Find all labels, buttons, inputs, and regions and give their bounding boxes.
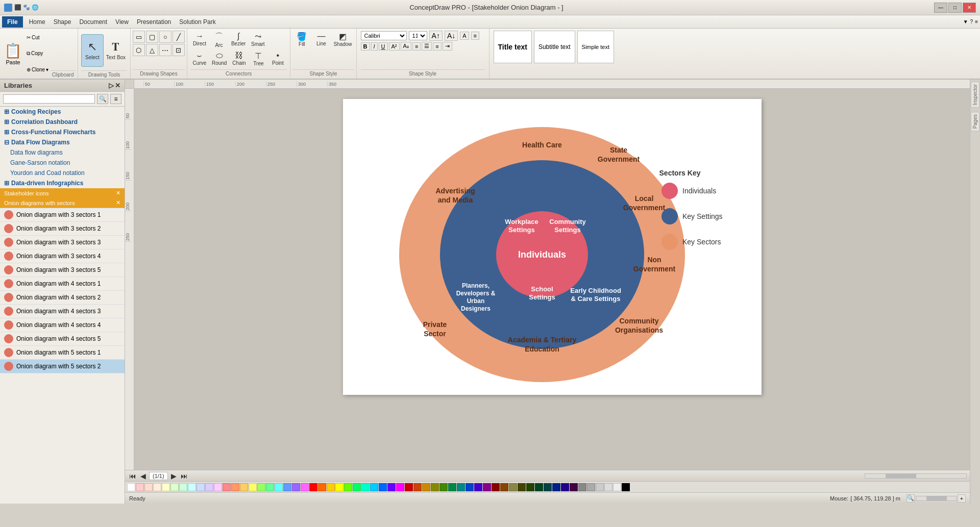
color-5[interactable] xyxy=(170,483,179,491)
onion-diagrams-tab[interactable]: Onion diagrams with sectors ✕ xyxy=(0,198,125,208)
fill-button[interactable]: 🪣 Fill xyxy=(292,31,311,48)
cut-button[interactable]: ✂ Cut xyxy=(25,34,50,41)
color-khaki[interactable] xyxy=(509,483,517,491)
libraries-search-input[interactable] xyxy=(3,94,95,104)
menu-view[interactable]: View xyxy=(111,16,133,28)
maximize-button[interactable]: □ xyxy=(948,3,962,13)
color-1[interactable] xyxy=(136,483,144,491)
color-green[interactable] xyxy=(353,483,361,491)
bezier-button[interactable]: ∫ Bezier xyxy=(229,31,248,49)
color-18[interactable] xyxy=(283,483,291,491)
color-12[interactable] xyxy=(231,483,239,491)
horizontal-scrollbar[interactable] xyxy=(865,473,967,479)
color-dark-magenta[interactable] xyxy=(570,483,578,491)
increase-font-button[interactable]: A↑ xyxy=(429,31,443,41)
nav-last-button[interactable]: ⏭ xyxy=(180,472,189,480)
lib-cooking-recipes[interactable]: ⊞ Cooking Recipes xyxy=(0,107,125,117)
indent-button[interactable]: ⇥ xyxy=(443,42,452,51)
stakeholder-icons-close[interactable]: ✕ xyxy=(116,190,120,196)
color-dark-green[interactable] xyxy=(439,483,448,491)
inspector-tab[interactable]: Inspector xyxy=(971,82,979,108)
lib-data-flow[interactable]: ⊟ Data Flow Diagrams xyxy=(0,137,125,147)
color-dark-yellow[interactable] xyxy=(422,483,430,491)
nav-prev-button[interactable]: ◀ xyxy=(139,472,147,480)
canvas-scroll[interactable]: Individuals Workplace Settings Community… xyxy=(134,89,970,470)
curve-button[interactable]: ⌣ Curve xyxy=(190,50,209,67)
smart-button[interactable]: ⤳ Smart xyxy=(249,31,267,49)
tree-button[interactable]: ⊤ Tree xyxy=(249,50,267,67)
lib-data-flow-sub3[interactable]: Yourdon and Coad notation xyxy=(0,168,125,178)
color-3[interactable] xyxy=(153,483,161,491)
stakeholder-icons-tab[interactable]: Stakeholder icons ✕ xyxy=(0,188,125,198)
menu-home[interactable]: Home xyxy=(25,16,50,28)
color-19[interactable] xyxy=(292,483,300,491)
lib-data-flow-sub1[interactable]: Data flow diagrams xyxy=(0,147,125,158)
color-17[interactable] xyxy=(275,483,283,491)
shape5[interactable]: ⬡ xyxy=(133,44,145,56)
zoom-out-button[interactable]: 🔍 xyxy=(906,494,915,503)
diagram-item-9[interactable]: Onion diagram with 4 sectors 5 xyxy=(0,332,125,346)
color-4[interactable] xyxy=(162,483,170,491)
diagram-item-0[interactable]: Onion diagram with 3 sectors 1 xyxy=(0,208,125,222)
italic-button[interactable]: I xyxy=(371,42,378,51)
line-shape[interactable]: ╱ xyxy=(173,31,185,43)
ribbon-minimize-button[interactable]: ▼ xyxy=(963,19,968,24)
color-9[interactable] xyxy=(205,483,213,491)
clone-button[interactable]: ⊕ Clone ▾ xyxy=(25,66,50,73)
color-dark-orange[interactable] xyxy=(413,483,422,491)
arc-button[interactable]: ⌒ Arc xyxy=(210,31,228,49)
color-6[interactable] xyxy=(179,483,187,491)
minimize-button[interactable]: — xyxy=(934,3,947,13)
color-navy[interactable] xyxy=(465,483,474,491)
lib-data-driven[interactable]: ⊞ Data-driven Infographics xyxy=(0,178,125,188)
color-10[interactable] xyxy=(214,483,222,491)
lib-data-flow-sub2[interactable]: Gane-Sarson notation xyxy=(0,158,125,168)
nav-first-button[interactable]: ⏮ xyxy=(128,472,137,480)
align-right-button[interactable]: ≡ xyxy=(433,42,441,51)
subscript-button[interactable]: A₂ xyxy=(401,42,411,51)
color-cyan-green[interactable] xyxy=(361,483,370,491)
color-lighter-gray[interactable] xyxy=(596,483,604,491)
color-very-light-gray[interactable] xyxy=(604,483,612,491)
menu-document[interactable]: Document xyxy=(75,16,111,28)
color-lime[interactable] xyxy=(344,483,352,491)
diagram-item-3[interactable]: Onion diagram with 3 sectors 4 xyxy=(0,249,125,263)
close-button[interactable]: ✕ xyxy=(963,3,976,13)
bold-button[interactable]: B xyxy=(361,42,370,51)
lib-correlation-dashboard[interactable]: ⊞ Correlation Dashboard xyxy=(0,117,125,127)
diagram-item-5[interactable]: Onion diagram with 4 sectors 1 xyxy=(0,277,125,291)
color-red[interactable] xyxy=(309,483,317,491)
color-magenta[interactable] xyxy=(396,483,404,491)
color-14[interactable] xyxy=(249,483,257,491)
color-purple[interactable] xyxy=(387,483,396,491)
color-15[interactable] xyxy=(257,483,265,491)
decrease-font-button[interactable]: A↓ xyxy=(445,31,458,41)
color-dark-olive[interactable] xyxy=(518,483,526,491)
text-styles-button[interactable]: ≡ xyxy=(471,32,479,40)
zoom-in-button[interactable]: + xyxy=(958,494,966,503)
libraries-close-icon[interactable]: ✕ xyxy=(115,82,120,89)
zoom-slider[interactable] xyxy=(916,496,957,501)
menu-file[interactable]: File xyxy=(2,16,23,28)
libraries-search-button[interactable]: 🔍 xyxy=(97,94,108,104)
ribbon-help-button[interactable]: ? xyxy=(970,19,973,24)
color-13[interactable] xyxy=(240,483,248,491)
font-color-button[interactable]: A xyxy=(460,32,469,40)
align-center-button[interactable]: ☰ xyxy=(422,42,432,51)
color-bright-yellow[interactable] xyxy=(335,483,344,491)
round-button[interactable]: ⬭ Round xyxy=(210,50,229,67)
color-yellow[interactable] xyxy=(327,483,335,491)
diagram-item-8[interactable]: Onion diagram with 4 sectors 4 xyxy=(0,318,125,332)
color-light-gray[interactable] xyxy=(587,483,595,491)
line-style-button[interactable]: — Line xyxy=(312,31,330,48)
color-very-dark-green[interactable] xyxy=(526,483,534,491)
underline-button[interactable]: U xyxy=(379,42,388,51)
color-blue[interactable] xyxy=(379,483,387,491)
color-11[interactable] xyxy=(223,483,231,491)
onion-diagrams-close[interactable]: ✕ xyxy=(116,199,120,206)
text-box-button[interactable]: 𝐓 Text Box xyxy=(105,34,127,67)
diagram-item-4[interactable]: Onion diagram with 3 sectors 5 xyxy=(0,263,125,277)
copy-button[interactable]: ⧉ Copy xyxy=(25,50,50,57)
color-dark-navy[interactable] xyxy=(552,483,560,491)
title-text-button[interactable]: Title text xyxy=(494,31,532,63)
